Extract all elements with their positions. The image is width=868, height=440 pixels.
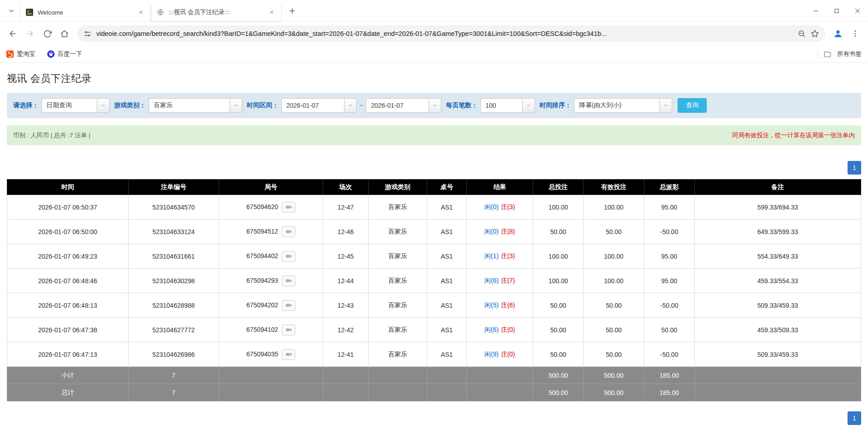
- cell-result: 闲(0)庄(8): [466, 220, 533, 244]
- cell-table-no: AS1: [427, 195, 466, 220]
- subtotal-valid-bet: 500.00: [584, 367, 644, 384]
- video-replay-button[interactable]: [282, 325, 295, 335]
- game-type-value[interactable]: 百家乐: [149, 98, 229, 113]
- result-banker: 庄(8): [501, 228, 515, 235]
- date-end-select[interactable]: 2026-01-07: [366, 98, 441, 113]
- cell-bet-id: 523104630298: [128, 269, 219, 293]
- cell-total-bet[interactable]: 50.00: [533, 342, 584, 367]
- game-type-select[interactable]: 百家乐: [149, 98, 242, 113]
- cell-bet-id: 523104627772: [128, 318, 219, 342]
- col-round: 局号: [219, 180, 323, 195]
- cell-note: 649.33/599.33: [694, 220, 861, 244]
- minimize-button[interactable]: [805, 0, 826, 22]
- bookmark-taobao[interactable]: 爱淘宝: [6, 50, 35, 58]
- camera-icon: [285, 351, 292, 358]
- profile-avatar[interactable]: [830, 25, 846, 42]
- chevron-down-icon[interactable]: [229, 98, 242, 113]
- bookmark-baidu[interactable]: 百度一下: [47, 50, 82, 58]
- col-total-bet: 总投注: [533, 180, 584, 195]
- summary-bar: 币别 : 人民币 | 总共 :7 注单 | 同局有效投注，统一计算在该局第一张注…: [7, 125, 861, 145]
- page-1-button[interactable]: 1: [848, 161, 861, 175]
- video-replay-button[interactable]: [282, 300, 295, 311]
- chevron-down-icon[interactable]: [659, 98, 672, 113]
- page-size-select[interactable]: 100: [480, 98, 535, 113]
- chevron-down-icon[interactable]: [429, 98, 441, 113]
- video-replay-button[interactable]: [282, 202, 295, 213]
- tab-close-icon[interactable]: [268, 8, 276, 16]
- browser-menu-icon[interactable]: [847, 25, 863, 42]
- camera-icon: [285, 302, 292, 309]
- date-range-label: 时间区间：: [247, 101, 279, 110]
- camera-icon: [285, 277, 292, 284]
- tab-welcome[interactable]: Welcome: [20, 3, 151, 21]
- cell-total-bet[interactable]: 100.00: [533, 195, 584, 220]
- refresh-button[interactable]: [39, 25, 55, 42]
- select-label: 请选择：: [13, 101, 39, 110]
- grand-total-valid-bet: 500.00: [584, 384, 644, 401]
- site-settings-icon[interactable]: [84, 30, 91, 38]
- maximize-button[interactable]: [826, 0, 847, 22]
- video-replay-button[interactable]: [282, 275, 295, 286]
- tab-betrecord[interactable]: :::视讯 会员下注纪录:::: [151, 3, 282, 21]
- bookmark-label: 百度一下: [58, 50, 82, 58]
- date-end-value[interactable]: 2026-01-07: [366, 98, 429, 113]
- address-bar[interactable]: videoie.com/game/betrecord_search/kind3?…: [77, 25, 825, 42]
- cell-total-bet[interactable]: 50.00: [533, 293, 584, 318]
- new-tab-button[interactable]: [285, 4, 299, 18]
- cell-payout: 95.00: [644, 195, 694, 220]
- date-start-value[interactable]: 2026-01-07: [281, 98, 344, 113]
- pagination-top: 1: [7, 161, 861, 175]
- all-bookmarks[interactable]: 所有书签: [818, 50, 862, 58]
- video-replay-button[interactable]: [282, 349, 295, 360]
- result-banker: 庄(7): [501, 277, 515, 284]
- round-number: 675094202: [246, 301, 278, 308]
- camera-icon: [285, 204, 292, 210]
- cell-session: 12-41: [323, 342, 369, 367]
- query-type-value[interactable]: 日期查询: [41, 98, 97, 113]
- cell-time: 2026-01-07 06:50:37: [7, 195, 129, 220]
- table-row: 2026-01-07 06:48:13 523104628988 6750942…: [7, 293, 861, 318]
- tab-close-icon[interactable]: [137, 8, 145, 16]
- back-button[interactable]: [5, 25, 21, 42]
- page-1-button[interactable]: 1: [848, 411, 861, 425]
- result-player: 闲(9): [484, 350, 499, 358]
- cell-game-type: 百家乐: [368, 318, 427, 342]
- cell-total-bet[interactable]: 50.00: [533, 220, 584, 244]
- cell-time: 2026-01-07 06:48:46: [7, 269, 129, 293]
- cell-round: 675094035: [219, 342, 323, 367]
- video-replay-button[interactable]: [282, 226, 295, 237]
- home-button[interactable]: [56, 25, 73, 42]
- sort-value[interactable]: 降幂(由大到小): [574, 98, 659, 113]
- forward-button[interactable]: [22, 25, 38, 42]
- table-row: 2026-01-07 06:49:23 523104631661 6750944…: [7, 244, 861, 269]
- table-header-row: 时间 注单编号 局号 场次 游戏类别 桌号 结果 总投注 有效投注 总派彩 备注: [7, 180, 861, 195]
- cell-payout: -50.00: [644, 342, 694, 367]
- cell-total-bet[interactable]: 100.00: [533, 269, 584, 293]
- close-button[interactable]: [847, 0, 868, 22]
- cell-valid-bet: 50.00: [584, 220, 644, 244]
- cell-session: 12-43: [323, 293, 369, 318]
- chevron-down-icon[interactable]: [522, 98, 535, 113]
- col-payout: 总派彩: [644, 180, 694, 195]
- cell-total-bet[interactable]: 100.00: [533, 244, 584, 269]
- search-button[interactable]: 查询: [678, 98, 707, 113]
- tab-search-button[interactable]: [5, 4, 18, 18]
- chevron-down-icon[interactable]: [344, 98, 357, 113]
- grand-total-row: 总计 7 500.00 500.00 185.00: [7, 384, 861, 401]
- cell-round: 675094102: [219, 318, 323, 342]
- video-replay-button[interactable]: [282, 251, 295, 262]
- subtotal-payout: 185.00: [644, 367, 694, 384]
- bookmark-star-icon[interactable]: [811, 30, 819, 38]
- query-type-select[interactable]: 日期查询: [41, 98, 110, 113]
- date-start-select[interactable]: 2026-01-07: [281, 98, 357, 113]
- url-text[interactable]: videoie.com/game/betrecord_search/kind3?…: [96, 30, 793, 37]
- cell-total-bet[interactable]: 50.00: [533, 318, 584, 342]
- grand-total-label: 总计: [7, 384, 129, 401]
- cell-round: 675094620: [219, 195, 323, 220]
- cell-game-type: 百家乐: [368, 293, 427, 318]
- sort-select[interactable]: 降幂(由大到小): [574, 98, 672, 113]
- page-size-value[interactable]: 100: [480, 98, 522, 113]
- chevron-down-icon[interactable]: [97, 98, 110, 113]
- round-number: 675094402: [246, 252, 278, 259]
- zoom-icon[interactable]: [798, 30, 806, 38]
